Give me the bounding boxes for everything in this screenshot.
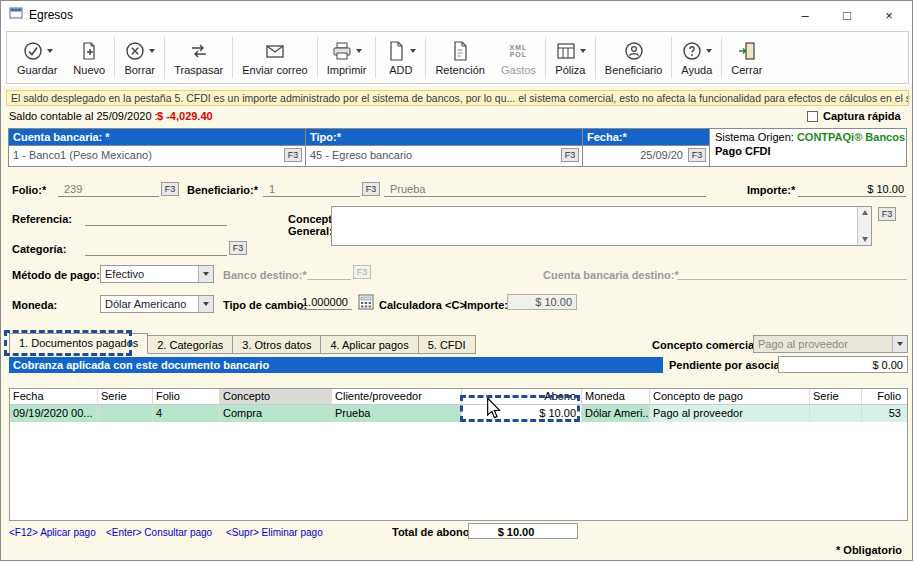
col-fecha[interactable]: Fecha <box>10 389 98 405</box>
nuevo-button[interactable]: Nuevo <box>65 33 113 82</box>
col-serie[interactable]: Serie <box>98 389 153 405</box>
chevron-down-icon[interactable] <box>706 49 712 53</box>
tab-otros-datos[interactable]: 3. Otros datos <box>233 335 321 354</box>
pendiente-label: Pendiente por asociar <box>669 359 784 371</box>
minimize-button[interactable]: – <box>784 1 826 29</box>
tab-cfdi[interactable]: 5. CFDI <box>419 335 476 354</box>
fecha-cell[interactable]: 25/09/20 F3 <box>583 146 710 166</box>
beneficiario-nombre-input[interactable]: Prueba <box>384 182 706 197</box>
mail-icon <box>264 40 286 62</box>
save-icon <box>22 40 44 62</box>
cuenta-bancaria-header: Cuenta bancaria: * <box>9 129 306 146</box>
obligatorio-note: * Obligatorio <box>836 544 902 556</box>
cell-cliente-proveedor[interactable]: Prueba <box>332 405 462 422</box>
metodo-pago-select[interactable]: Efectivo <box>100 265 214 283</box>
concepto-general-input[interactable] <box>331 206 872 246</box>
table-row[interactable]: 09/19/2020 00... 4 Compra Prueba $ 10.00… <box>10 405 907 422</box>
egresos-window: Egresos – □ × Guardar Nuevo Borrar Trasp… <box>0 0 913 561</box>
close-button[interactable]: × <box>868 1 910 29</box>
f3-button-folio[interactable]: F3 <box>161 182 179 196</box>
traspasar-button[interactable]: Traspasar <box>166 33 231 82</box>
scroll-up-icon[interactable] <box>862 210 868 215</box>
cuenta-destino-input <box>677 265 907 280</box>
chevron-down-icon[interactable] <box>410 49 416 53</box>
cell-concepto-pago[interactable]: Pago al proveedor <box>650 405 810 422</box>
tipo-header: Tipo:* <box>306 129 583 146</box>
f3-button-concepto[interactable]: F3 <box>878 207 896 221</box>
cobranza-section-header: Cobranza aplicada con este documento ban… <box>9 357 663 373</box>
importe-input[interactable]: $ 10.00 <box>798 182 906 197</box>
f3-button-beneficiario[interactable]: F3 <box>362 182 380 196</box>
cell-fecha[interactable]: 09/19/2020 00... <box>10 405 98 422</box>
cell-concepto[interactable]: Compra <box>220 405 332 422</box>
consultar-pago-link[interactable]: <Enter> Consultar pago <box>106 527 212 538</box>
cell-moneda[interactable]: Dólar Ameri... <box>582 405 650 422</box>
referencia-input[interactable] <box>85 211 227 226</box>
tab-categorias[interactable]: 2. Categorías <box>148 335 233 354</box>
beneficiario-label: Beneficiario:* <box>187 184 258 196</box>
cell-folio[interactable]: 4 <box>153 405 220 422</box>
xml-pol-icon: XMLPOL <box>509 44 527 58</box>
cell-abono[interactable]: $ 10.00 <box>462 405 582 422</box>
gastos-button[interactable]: XMLPOL Gastos <box>493 33 544 82</box>
add-button[interactable]: ADD <box>377 33 424 82</box>
maximize-button[interactable]: □ <box>826 1 868 29</box>
f3-button-categoria[interactable]: F3 <box>229 241 247 255</box>
chevron-down-icon[interactable] <box>198 296 213 312</box>
categoria-input[interactable] <box>85 241 227 256</box>
cell-serie[interactable] <box>98 405 153 422</box>
f3-button-cuenta[interactable]: F3 <box>284 148 302 162</box>
cell-folio-2[interactable]: 53 <box>862 405 907 422</box>
col-abono[interactable]: Abono <box>462 389 582 405</box>
borrar-button[interactable]: Borrar <box>116 33 163 82</box>
window-title: Egresos <box>29 8 73 22</box>
chevron-down-icon[interactable] <box>198 266 213 282</box>
tab-documentos-pagados[interactable]: 1. Documentos pagados <box>9 333 148 354</box>
tab-aplicar-pagos[interactable]: 4. Aplicar pagos <box>321 335 418 354</box>
concepto-scrollbar[interactable] <box>857 207 871 245</box>
cerrar-button[interactable]: Cerrar <box>723 33 770 82</box>
poliza-icon <box>555 40 577 62</box>
table-header-row: Fecha Serie Folio Concepto Cliente/prove… <box>10 389 907 405</box>
col-serie-2[interactable]: Serie <box>810 389 862 405</box>
beneficiario-num-input[interactable]: 1 <box>263 182 360 197</box>
tipo-cell[interactable]: 45 - Egreso bancario F3 <box>306 146 583 166</box>
aplicar-pago-link[interactable]: <F12> Aplicar pago <box>9 527 96 538</box>
col-folio[interactable]: Folio <box>153 389 220 405</box>
saldo-label: Saldo contable al 25/09/2020 : <box>9 110 158 122</box>
cuenta-bancaria-cell[interactable]: 1 - Banco1 (Peso Mexicano) F3 <box>9 146 306 166</box>
captura-rapida-checkbox[interactable] <box>807 111 818 122</box>
ayuda-button[interactable]: Ayuda <box>673 33 720 82</box>
col-moneda[interactable]: Moneda <box>582 389 650 405</box>
tipo-cambio-input[interactable]: 1.000000 <box>300 295 352 310</box>
enviar-correo-button[interactable]: Enviar correo <box>234 33 315 82</box>
titlebar: Egresos – □ × <box>1 1 912 29</box>
chevron-down-icon <box>892 336 907 352</box>
imprimir-button[interactable]: Imprimir <box>319 33 375 82</box>
col-cliente-proveedor[interactable]: Cliente/proveedor <box>332 389 462 405</box>
guardar-button[interactable]: Guardar <box>9 33 65 82</box>
folio-input[interactable]: 239 <box>58 182 159 197</box>
chevron-down-icon[interactable] <box>356 49 362 53</box>
chevron-down-icon[interactable] <box>149 49 155 53</box>
f3-button-tipo[interactable]: F3 <box>561 148 579 162</box>
chevron-down-icon[interactable] <box>47 49 53 53</box>
scroll-down-icon[interactable] <box>862 237 868 242</box>
beneficiario-button[interactable]: Beneficiario <box>597 33 670 82</box>
poliza-button[interactable]: Póliza <box>547 33 594 82</box>
chevron-down-icon[interactable] <box>580 49 586 53</box>
total-abonos-value: $ 10.00 <box>468 523 578 539</box>
cell-serie-2[interactable] <box>810 405 862 422</box>
col-folio-2[interactable]: Folio <box>862 389 907 405</box>
col-concepto-pago[interactable]: Concepto de pago <box>650 389 810 405</box>
retencion-button[interactable]: Retención <box>427 33 493 82</box>
add-doc-icon <box>385 40 407 62</box>
calculator-icon <box>358 294 374 310</box>
eliminar-pago-link[interactable]: <Supr> Eliminar pago <box>226 527 323 538</box>
cuenta-destino-label: Cuenta bancaria destino:* <box>543 269 679 281</box>
calculadora-button[interactable] <box>358 294 374 314</box>
f3-button-fecha[interactable]: F3 <box>688 148 706 162</box>
sistema-origen-value: CONTPAQi® Bancos <box>797 131 905 143</box>
col-concepto[interactable]: Concepto <box>220 389 332 405</box>
moneda-select[interactable]: Dólar Americano <box>100 295 214 313</box>
